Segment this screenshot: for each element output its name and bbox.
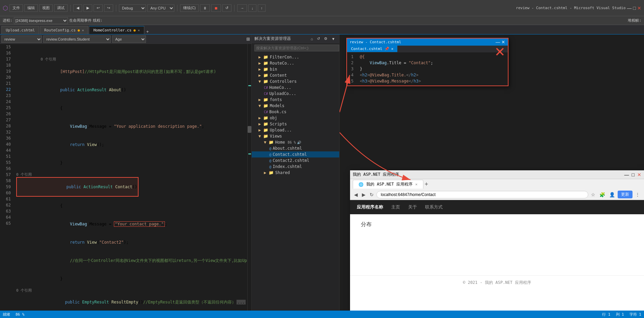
editor-scrollbar[interactable] — [247, 44, 251, 318]
tree-item-views[interactable]: ▼ 📁 Views — [252, 133, 339, 139]
tab-routeconfig-close[interactable]: ✕ — [82, 28, 84, 32]
tree-item-shared[interactable]: ▶ 📁 Shared — [252, 170, 339, 176]
solution-explorer: 解决方案资源管理器 ⌂ ↺ ⚙ ▼ ▶ 📁 FilterCon... ▶ 📁 R… — [252, 34, 340, 318]
cshtml-icon-contact2: @ — [269, 159, 271, 163]
tree-item-about[interactable]: @ About.cshtml — [252, 145, 339, 151]
se-search-input[interactable] — [254, 45, 339, 51]
close-btn[interactable]: ✕ — [637, 5, 641, 11]
code-content[interactable]: 0 个引用 [HttpPost]//HttpPost是只能用post请求访问的意… — [14, 44, 247, 318]
view-menu[interactable]: 视图 — [39, 4, 53, 12]
site-body: 分布 — [350, 214, 644, 242]
browser-bookmark-btn[interactable]: ☆ — [590, 191, 597, 198]
folder-icon-controllers: ▼ 📁 — [258, 79, 268, 84]
tree-item-models[interactable]: ▼ 📁 Models — [252, 103, 339, 109]
site-body-text: 分布 — [361, 221, 633, 228]
stop-btn[interactable]: ⏹ — [211, 4, 221, 12]
browser-new-tab-btn[interactable]: + — [425, 181, 428, 188]
step-into-btn[interactable]: ↓ — [248, 4, 256, 12]
tab-routeconfig[interactable]: RouteConfig.cs ● ✕ — [40, 26, 88, 34]
minimize-btn[interactable]: — — [627, 5, 632, 11]
edit-menu[interactable]: 编辑 — [24, 4, 38, 12]
se-gear-btn[interactable]: ⚙ — [323, 36, 329, 42]
tree-item-fonts[interactable]: ▶ 📁 fonts — [252, 97, 339, 103]
browser-account-btn[interactable]: 👤 — [608, 191, 616, 198]
browser-reload-btn[interactable]: ↻ — [368, 191, 375, 198]
scope-dropdown2[interactable]: review.Controllers.Student — [43, 35, 111, 43]
scrollbar-thumb[interactable] — [248, 126, 251, 133]
browser-close-btn[interactable]: ✕ — [637, 172, 641, 177]
se-refresh-btn[interactable]: ↺ — [316, 36, 321, 42]
back-btn[interactable]: ◀ — [73, 4, 82, 12]
tree-item-obj[interactable]: ▶ 📁 obj — [252, 115, 339, 121]
tree-item-contact[interactable]: @ Contact.cshtml — [252, 151, 339, 157]
tree-item-bookcs[interactable]: C# Book.cs — [252, 109, 339, 115]
tree-label-bin: bin — [270, 67, 277, 72]
maximize-btn[interactable]: □ — [633, 5, 636, 11]
browser-url-input[interactable] — [376, 191, 588, 198]
site-nav: 应用程序名称 主页 关于 联系方式 — [350, 200, 644, 214]
se-search-container — [252, 43, 339, 53]
code-area[interactable]: 15 16 17 18 19 20 21 22 23 24 25 26 27 2… — [0, 44, 251, 318]
step-out-btn[interactable]: ↑ — [258, 4, 266, 12]
site-nav-contact[interactable]: 联系方式 — [425, 204, 443, 210]
status-text: 就绪 — [3, 312, 10, 317]
right-panel: review - Contact.cshtml — ✕ Contact.csht… — [340, 34, 644, 318]
tree-item-scripts[interactable]: ▶ 📁 Scripts — [252, 121, 339, 127]
browser-forward-btn[interactable]: ▶ — [361, 191, 367, 198]
tab-homecontroller-modified: ● — [133, 28, 136, 32]
fw-contact-tab[interactable]: Contact.cshtml 📌 ✕ — [347, 46, 397, 52]
tree-item-homeco[interactable]: C# HomeCo... — [252, 84, 339, 91]
forward-btn[interactable]: ▶ — [83, 4, 92, 12]
browser-menu-btn[interactable]: ⋮ — [634, 191, 641, 198]
tree-item-uploadco[interactable]: C# UploadCo... — [252, 91, 339, 97]
cpu-dropdown[interactable]: Any CPU — [147, 4, 174, 12]
refresh-btn[interactable]: ↺ — [222, 4, 231, 12]
cs-icon-uploadco: C# — [264, 92, 268, 96]
file-menu[interactable]: 文件 — [9, 4, 23, 12]
process-select[interactable]: [24388] iisexpress.exe — [14, 17, 68, 24]
browser-active-tab[interactable]: 🌐 我的 ASP.NET 应用程序 ✕ — [353, 180, 423, 189]
tree-item-content[interactable]: ▶ 📁 Content — [252, 72, 339, 78]
browser-back-btn[interactable]: ◀ — [353, 191, 359, 198]
browser-update-btn[interactable]: 更新 — [618, 191, 633, 198]
se-more-btn[interactable]: ▼ — [330, 36, 337, 42]
tab-homecontroller[interactable]: HomeController.cs ● ✕ — [89, 26, 144, 34]
debug-dropdown[interactable]: Debug — [119, 4, 146, 12]
browser-minimize-btn[interactable]: — — [624, 172, 629, 177]
redo-btn[interactable]: ↪ — [104, 4, 113, 12]
tree-item-routeco[interactable]: ▶ 📁 RouteCo... — [252, 60, 339, 66]
tab-homecontroller-close[interactable]: ✕ — [138, 28, 140, 32]
tree-item-bin[interactable]: ▶ 📁 bin — [252, 66, 339, 72]
scope-dropdown1[interactable]: review — [1, 35, 42, 43]
tree-item-index[interactable]: @ Index.cshtml — [252, 164, 339, 170]
tree-label-bookcs: Book.cs — [269, 109, 287, 114]
folder-icon-scripts: ▶ 📁 — [258, 122, 268, 126]
undo-btn[interactable]: ↩ — [94, 4, 103, 12]
debug-menu[interactable]: 调试 — [54, 4, 68, 12]
folder-icon-fonts: ▶ 📁 — [258, 97, 268, 102]
pause-btn[interactable]: ⏸ — [200, 4, 210, 12]
se-home-btn[interactable]: ⌂ — [309, 36, 314, 42]
cshtml-icon-contact: @ — [269, 153, 271, 156]
site-nav-about[interactable]: 关于 — [408, 204, 417, 210]
scope-dropdown3[interactable]: Age — [112, 35, 146, 43]
new-tab-btn[interactable]: + — [145, 29, 150, 34]
browser-extensions-btn[interactable]: 🧩 — [598, 191, 606, 198]
split-editor-btn[interactable]: ⊞ — [246, 36, 250, 42]
tree-label-controllers: Controllers — [270, 79, 296, 84]
fw-contact-tab-close[interactable]: ✕ — [391, 47, 394, 51]
site-nav-home[interactable]: 主页 — [391, 204, 400, 210]
tree-item-upload[interactable]: ▶ 📁 Upload... — [252, 127, 339, 133]
tree-item-filtercon[interactable]: ▶ 📁 FilterCon... — [252, 54, 339, 60]
tree-item-home[interactable]: ▼ 📁 Home 86 % 🔊 — [252, 139, 339, 145]
tree-label-homeco: HomeCo... — [269, 85, 291, 90]
continue-btn[interactable]: 继续(C) — [180, 4, 199, 12]
browser-tab-close[interactable]: ✕ — [415, 182, 418, 187]
browser-maximize-btn[interactable]: □ — [632, 172, 635, 177]
zoom-level: 86 % — [16, 312, 25, 317]
tree-label-index: Index.cshtml — [273, 164, 302, 169]
step-over-btn[interactable]: → — [237, 4, 247, 12]
tree-item-controllers[interactable]: ▼ 📁 Controllers — [252, 78, 339, 84]
tab-upload[interactable]: Upload.cshtml — [1, 26, 39, 34]
tree-item-contact2[interactable]: @ Contact2.cshtml — [252, 157, 339, 164]
